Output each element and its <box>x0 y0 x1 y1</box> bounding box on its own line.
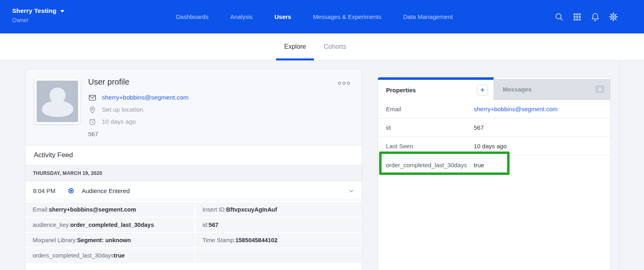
event-name: Audience Entered <box>82 187 130 194</box>
chevron-down-icon <box>60 10 64 12</box>
activity-date-header: THURSDAY, MARCH 19, 2020 <box>25 165 362 181</box>
project-role: Owner <box>12 17 64 23</box>
activity-date-label: THURSDAY, MARCH 19, 2020 <box>33 170 102 176</box>
nav-item-messages-experiments[interactable]: Messages & Experiments <box>313 13 381 20</box>
event-prop-cell: orders_completed_last_30daystrue <box>26 248 195 263</box>
avatar <box>35 79 80 124</box>
kebab-menu-icon[interactable] <box>336 80 351 86</box>
chevron-down-icon[interactable] <box>348 188 355 196</box>
user-profile-card: User profile sherry+bobbins@segment.com … <box>25 69 362 270</box>
audience-event-dot-icon <box>68 188 74 193</box>
profile-section: User profile sherry+bobbins@segment.com … <box>25 69 362 145</box>
event-prop-cell-empty <box>196 248 361 263</box>
event-prop-cell: Time Stamp: 1585045844102 <box>196 233 361 247</box>
alarm-clock-icon <box>88 118 97 126</box>
apps-grid-icon[interactable] <box>572 12 582 22</box>
activity-feed-title: Activity Feed <box>34 151 73 159</box>
email-icon <box>88 93 97 102</box>
event-prop-cell: Mixpanel Library: Segment: unknown <box>26 233 195 247</box>
activity-event-row[interactable]: 8:04 PM Audience Entered <box>25 181 362 200</box>
content-right-divider <box>619 60 619 270</box>
tab-explore-label: Explore <box>284 43 306 50</box>
properties-panel-card: Properties + Messages 0 Email sherry+bob… <box>378 77 611 270</box>
location-pin-icon <box>88 106 97 114</box>
nav-item-users[interactable]: Users <box>275 13 291 20</box>
property-row-order-completed: order_completed_last_30days true <box>378 156 610 174</box>
project-name: Sherry Testing <box>12 7 56 15</box>
project-switcher[interactable]: Sherry Testing Owner <box>12 7 64 23</box>
property-row-email: Email sherry+bobbins@segment.com <box>378 100 610 118</box>
search-icon[interactable] <box>554 12 564 22</box>
tab-properties[interactable]: Properties + <box>378 77 494 100</box>
tab-cohorts-label: Cohorts <box>324 43 346 50</box>
event-prop-cell: Insert ID: BftvpxcuyAgInAuf <box>196 202 361 217</box>
secondary-tab-bar: Explore Cohorts <box>0 33 644 60</box>
notifications-icon[interactable] <box>590 12 600 22</box>
main-nav: Dashboards Analysis Users Messages & Exp… <box>176 0 453 33</box>
event-properties-table: Email: sherry+bobbins@segment.com Insert… <box>25 200 362 263</box>
tab-messages-label: Messages <box>503 86 532 93</box>
profile-email-link[interactable]: sherry+bobbins@segment.com <box>102 94 188 101</box>
properties-rows: Email sherry+bobbins@segment.com id 567 … <box>378 100 610 174</box>
add-property-button[interactable]: + <box>477 85 488 96</box>
event-prop-cell: audience_key: order_completed_last_30day… <box>26 218 195 232</box>
nav-icon-group <box>554 0 618 33</box>
property-row-last-seen: Last Seen 10 days ago <box>378 137 610 156</box>
property-row-id: id 567 <box>378 118 610 137</box>
nav-item-analysis[interactable]: Analysis <box>230 13 253 20</box>
nav-item-data-management[interactable]: Data Management <box>403 13 453 20</box>
tab-properties-label: Properties <box>386 87 416 93</box>
property-email-link[interactable]: sherry+bobbins@segment.com <box>474 106 557 112</box>
event-time: 8:04 PM <box>33 187 58 194</box>
panel-tabs: Properties + Messages 0 <box>378 77 610 100</box>
nav-item-dashboards[interactable]: Dashboards <box>176 13 208 20</box>
activity-feed-header: Activity Feed <box>25 145 362 165</box>
tab-messages[interactable]: Messages 0 <box>494 79 610 100</box>
messages-count-badge: 0 <box>595 85 605 93</box>
top-navigation-bar: Sherry Testing Owner Dashboards Analysis… <box>0 0 644 33</box>
profile-last-seen: 10 days ago <box>102 118 136 125</box>
profile-location-placeholder[interactable]: Set up location <box>102 106 143 113</box>
profile-user-id: 567 <box>88 131 188 137</box>
event-prop-cell: id: 567 <box>196 218 361 232</box>
tab-cohorts[interactable]: Cohorts <box>316 33 354 60</box>
tab-explore[interactable]: Explore <box>276 33 314 60</box>
profile-title: User profile <box>88 77 188 87</box>
avatar-torso-shape <box>42 101 73 117</box>
event-prop-cell: Email: sherry+bobbins@segment.com <box>26 202 195 217</box>
settings-icon[interactable] <box>609 12 618 22</box>
